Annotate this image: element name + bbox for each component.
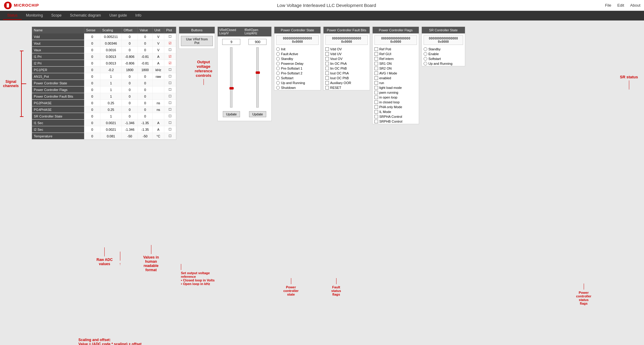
- cell-sense: 0: [84, 73, 100, 80]
- checkbox-item[interactable]: Auxiliary OOR: [324, 80, 370, 85]
- checkbox-item[interactable]: PHA only Mode: [373, 105, 419, 109]
- cell-plot[interactable]: ☐: [164, 73, 176, 80]
- tab-user-guide[interactable]: User guide: [105, 11, 131, 20]
- radio-item[interactable]: Poweron Delay: [274, 61, 320, 66]
- vref-open-slider[interactable]: [256, 47, 259, 108]
- tab-monitoring[interactable]: Monitoring: [22, 11, 47, 20]
- radio-item[interactable]: Standby: [274, 56, 320, 61]
- checkbox-item[interactable]: SR1 ON: [373, 61, 419, 66]
- checkbox-item[interactable]: Ref GUI: [373, 52, 419, 56]
- radio-circle: [276, 47, 280, 51]
- radio-item[interactable]: Pre-Softstart 2: [274, 71, 320, 76]
- tab-status[interactable]: Status: [3, 11, 22, 20]
- checkbox-item[interactable]: Iin OC PhA: [324, 61, 370, 66]
- cell-plot[interactable]: ☑: [164, 53, 176, 60]
- checkbox-item[interactable]: RESET: [324, 85, 370, 90]
- checkbox-item[interactable]: SR2 ON: [373, 66, 419, 71]
- checkbox-item[interactable]: SRPHB Control: [373, 119, 419, 124]
- radio-item[interactable]: Up and Running: [422, 61, 465, 66]
- checkbox-item[interactable]: Ref intern: [373, 56, 419, 61]
- radio-item[interactable]: Pre-Softstart 1: [274, 66, 320, 71]
- vref-closed-value[interactable]: 9: [222, 39, 240, 45]
- checkbox-item[interactable]: enabled: [373, 76, 419, 80]
- cell-value: 1800: [138, 67, 153, 73]
- cell-name: Vdd: [32, 33, 84, 40]
- cell-plot[interactable]: ☑: [164, 40, 176, 47]
- radio-item[interactable]: Enable: [422, 52, 465, 56]
- checkbox-item[interactable]: Iout OC PhA: [324, 71, 370, 76]
- checkbox-item[interactable]: pwm running: [373, 90, 419, 95]
- buttons-panel: Buttons Use VRef from Pot: [179, 27, 215, 49]
- radio-item[interactable]: Fault Active: [274, 52, 320, 56]
- radio-circle: [276, 52, 280, 56]
- col-scaling: Scaling: [100, 27, 122, 33]
- checkbox-item[interactable]: in open loop: [373, 95, 419, 100]
- checkbox-item[interactable]: AVG I Mode: [373, 71, 419, 76]
- table-row: AN15_Pot 0 1 0 0 raw ☐: [32, 73, 176, 80]
- menu-about[interactable]: About: [630, 3, 640, 8]
- menu-edit[interactable]: Edit: [617, 3, 624, 8]
- annotation-set-output: Set output voltagereference• Closed loop…: [181, 264, 228, 286]
- vref-closed-slider[interactable]: [230, 47, 232, 108]
- cell-plot[interactable]: ☐: [164, 93, 176, 100]
- tab-info[interactable]: Info: [131, 11, 146, 20]
- cell-name: PG1PER: [32, 67, 84, 73]
- checkbox-item[interactable]: Vout OV: [324, 56, 370, 61]
- app-container: Microchip Low Voltage Interleaved LLC De…: [0, 0, 644, 345]
- table-row: Power Controller Flags 0 1 0 0 ☐: [32, 86, 176, 93]
- cell-plot[interactable]: ☐: [164, 47, 176, 53]
- checkbox-item[interactable]: IL Mode: [373, 109, 419, 114]
- radio-item[interactable]: Softstart: [274, 76, 320, 80]
- radio-circle: [276, 71, 280, 75]
- sr-controller-state-binary: 0000000000000000 0x0000: [424, 35, 463, 45]
- cell-plot[interactable]: ☐: [164, 126, 176, 133]
- checkbox-label: SR1 ON: [379, 62, 392, 65]
- radio-item[interactable]: Standby: [422, 47, 465, 52]
- radio-item[interactable]: Init: [274, 47, 320, 52]
- cell-unit: V: [153, 40, 164, 47]
- checkbox-item[interactable]: Ref Poti: [373, 47, 419, 52]
- cell-plot[interactable]: ☐: [164, 67, 176, 73]
- vref-open-value[interactable]: 900: [248, 39, 267, 45]
- radio-item[interactable]: Softstart: [422, 56, 465, 61]
- checkbox-item[interactable]: in closed loop: [373, 100, 419, 105]
- cell-value: 0: [138, 100, 153, 106]
- checkbox-item[interactable]: run: [373, 80, 419, 85]
- use-vref-button[interactable]: Use VRef from Pot: [181, 36, 213, 46]
- checkbox-item[interactable]: Vdd UV: [324, 52, 370, 56]
- annotation-raw-adc: Raw ADCvalues: [96, 247, 113, 266]
- cell-plot[interactable]: ☐: [164, 113, 176, 120]
- checkbox-item[interactable]: Iin OC PhB: [324, 66, 370, 71]
- col-unit: Unit: [153, 27, 164, 33]
- cell-plot[interactable]: ☐: [164, 133, 176, 140]
- cell-unit: kHz: [153, 67, 164, 73]
- vref-update-closed-button[interactable]: Update: [223, 111, 240, 117]
- menu-file[interactable]: File: [605, 3, 611, 8]
- checkbox-item[interactable]: light load mode: [373, 85, 419, 90]
- check-box: [325, 57, 329, 61]
- checkbox-item[interactable]: Iout OC PhB: [324, 76, 370, 80]
- check-box: [325, 67, 329, 70]
- cell-plot[interactable]: ☑: [164, 60, 176, 67]
- tab-scope[interactable]: Scope: [47, 11, 66, 20]
- radio-label: Pre-Softstart 2: [281, 71, 302, 75]
- cell-plot[interactable]: ☐: [164, 33, 176, 40]
- cell-value: 0: [138, 73, 153, 80]
- checkbox-label: in open loop: [379, 96, 397, 99]
- radio-item[interactable]: Shutdown: [274, 85, 320, 90]
- cell-unit: V: [153, 33, 164, 40]
- check-box: [374, 71, 378, 75]
- checkbox-item[interactable]: Vdd OV: [324, 47, 370, 52]
- cell-plot[interactable]: ☐: [164, 106, 176, 113]
- tab-schematic[interactable]: Schematic diagram: [66, 11, 105, 20]
- cell-plot[interactable]: ☐: [164, 120, 176, 126]
- vref-update-open-button[interactable]: Update: [249, 111, 266, 117]
- cell-plot[interactable]: ☐: [164, 86, 176, 93]
- cell-name: I2 Sec: [32, 126, 84, 133]
- cell-plot[interactable]: ☐: [164, 100, 176, 106]
- cell-offset: 0: [122, 33, 138, 40]
- checkbox-item[interactable]: SRPHA Control: [373, 114, 419, 119]
- cell-plot[interactable]: ☐: [164, 80, 176, 86]
- radio-item[interactable]: Up and Running: [274, 80, 320, 85]
- radio-label: Enable: [428, 52, 439, 56]
